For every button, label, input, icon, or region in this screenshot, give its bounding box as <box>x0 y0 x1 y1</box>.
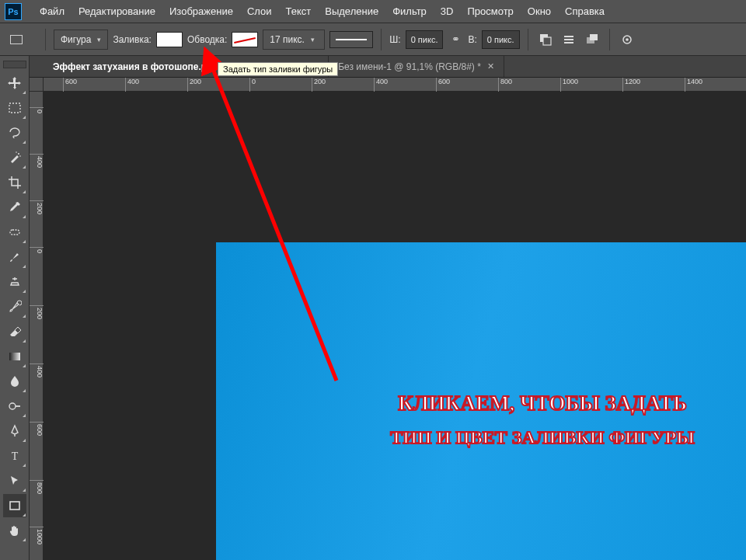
svg-rect-1 <box>543 37 551 45</box>
app-logo: Ps <box>5 3 22 20</box>
tool-hand[interactable] <box>3 519 26 542</box>
tool-move[interactable] <box>3 71 26 95</box>
tool-path-selection[interactable] <box>3 469 26 492</box>
tool-clone-stamp[interactable] <box>3 270 26 294</box>
tool-gradient[interactable] <box>3 345 26 368</box>
tool-marquee[interactable] <box>3 96 26 120</box>
height-field[interactable]: 0 пикс. <box>482 30 520 49</box>
horizontal-ruler[interactable]: 6004002000200400600800100012001400160018… <box>44 78 746 92</box>
document-tab[interactable]: Без имени-1 @ 91,1% (RGB/8#) * ✕ <box>329 56 504 77</box>
document-tab-strip: Эффект затухания в фотошопе.psd @ 33,7% … <box>0 56 746 78</box>
document-artboard: КЛИКАЕМ, ЧТОБЫ ЗАДАТЬ ТИП И ЦВЕТ ЗАЛИВКИ… <box>216 242 746 560</box>
tools-panel: T <box>0 56 30 560</box>
ruler-tick: 1000 <box>30 527 44 544</box>
stroke-style-dropdown[interactable] <box>329 31 373 48</box>
link-wh-icon[interactable]: ⚭ <box>448 32 463 47</box>
menu-file[interactable]: Файл <box>33 0 71 23</box>
separator <box>45 29 46 50</box>
menu-bar: Ps Файл Редактирование Изображение Слои … <box>0 0 746 23</box>
ruler-tick: 600 <box>436 78 450 92</box>
svg-text:T: T <box>11 450 18 462</box>
tool-blur[interactable] <box>3 370 26 393</box>
path-operations-icon[interactable] <box>536 30 555 49</box>
menu-type[interactable]: Текст <box>279 0 319 23</box>
chevron-down-icon: ▾ <box>97 36 101 43</box>
tool-crop[interactable] <box>3 171 26 194</box>
document-tab-label: Без имени-1 @ 91,1% (RGB/8#) * <box>338 61 481 72</box>
svg-rect-4 <box>564 42 573 43</box>
tool-healing[interactable] <box>3 221 26 244</box>
svg-point-8 <box>626 38 629 41</box>
rectangle-icon <box>10 35 23 44</box>
menu-view[interactable]: Просмотр <box>460 0 520 23</box>
tool-lasso[interactable] <box>3 121 26 144</box>
menu-window[interactable]: Окно <box>521 0 558 23</box>
tool-eyedropper[interactable] <box>3 196 26 219</box>
svg-rect-14 <box>9 353 20 360</box>
shape-mode-dropdown[interactable]: Фигура ▾ <box>54 30 108 50</box>
menu-filter[interactable]: Фильтр <box>385 0 434 23</box>
menu-3d[interactable]: 3D <box>434 0 461 23</box>
ruler-origin[interactable] <box>30 78 44 92</box>
path-arrangement-icon[interactable] <box>583 30 601 49</box>
height-value: 0 пикс. <box>487 35 514 44</box>
ruler-tick: 800 <box>30 480 44 494</box>
tool-magic-wand[interactable] <box>3 146 26 169</box>
ruler-tick: 600 <box>63 78 77 92</box>
width-value: 0 пикс. <box>411 35 438 44</box>
document-workarea: 6004002000200400600800100012001400160018… <box>30 78 746 560</box>
stroke-width-field[interactable]: 17 пикс. ▾ <box>263 30 325 50</box>
menu-help[interactable]: Справка <box>558 0 612 23</box>
annotation-caption: КЛИКАЕМ, ЧТОБЫ ЗАДАТЬ ТИП И ЦВЕТ ЗАЛИВКИ… <box>325 386 746 454</box>
svg-point-11 <box>16 151 17 153</box>
height-label: В: <box>468 34 476 45</box>
tool-eraser[interactable] <box>3 320 26 343</box>
fill-swatch[interactable] <box>156 32 183 47</box>
ruler-tick: 800 <box>498 78 512 92</box>
width-field[interactable]: 0 пикс. <box>406 30 444 49</box>
ruler-tick: 400 <box>30 154 44 168</box>
tooltip: Задать тип заливки фигуры <box>218 62 338 76</box>
fill-label: Заливка: <box>113 34 152 45</box>
svg-point-12 <box>19 155 21 157</box>
ruler-tick: 200 <box>312 78 326 92</box>
tool-brush[interactable] <box>3 245 26 269</box>
svg-rect-17 <box>10 502 19 510</box>
svg-point-10 <box>18 153 19 155</box>
tool-dodge[interactable] <box>3 395 26 418</box>
menu-edit[interactable]: Редактирование <box>71 0 162 23</box>
options-bar: Фигура ▾ Заливка: Обводка: 17 пикс. ▾ Ш:… <box>0 23 746 56</box>
menu-image[interactable]: Изображение <box>162 0 240 23</box>
active-tool-preview[interactable] <box>5 30 28 49</box>
ruler-tick: 1400 <box>685 78 702 92</box>
ruler-tick: 200 <box>30 305 44 319</box>
svg-rect-2 <box>564 36 573 37</box>
panel-collapse-handle[interactable] <box>3 61 26 68</box>
separator <box>381 29 382 50</box>
stroke-width-value: 17 пикс. <box>270 34 305 45</box>
tool-history-brush[interactable] <box>3 295 26 318</box>
svg-point-15 <box>9 403 16 409</box>
stroke-swatch[interactable] <box>232 32 258 47</box>
svg-rect-9 <box>9 103 20 113</box>
menu-select[interactable]: Выделение <box>318 0 385 23</box>
menu-layers[interactable]: Слои <box>240 0 279 23</box>
path-alignment-icon[interactable] <box>560 30 578 49</box>
ruler-tick: 0 <box>30 107 44 113</box>
tool-type[interactable]: T <box>3 444 26 468</box>
gear-icon[interactable] <box>618 30 636 49</box>
vertical-ruler[interactable]: 040020002004006008001000 <box>30 92 44 560</box>
ruler-tick: 400 <box>374 78 388 92</box>
svg-rect-3 <box>564 39 573 40</box>
canvas[interactable]: КЛИКАЕМ, ЧТОБЫ ЗАДАТЬ ТИП И ЦВЕТ ЗАЛИВКИ… <box>44 92 746 560</box>
ruler-tick: 400 <box>125 78 139 92</box>
svg-rect-13 <box>10 230 19 235</box>
ruler-tick: 1000 <box>560 78 578 92</box>
separator <box>609 29 610 50</box>
separator <box>528 29 528 50</box>
tool-rectangle-shape[interactable] <box>3 494 26 517</box>
ruler-tick: 400 <box>30 363 44 377</box>
tool-pen[interactable] <box>3 419 26 443</box>
close-icon[interactable]: ✕ <box>487 61 494 71</box>
caption-line-1: КЛИКАЕМ, ЧТОБЫ ЗАДАТЬ <box>325 386 746 422</box>
